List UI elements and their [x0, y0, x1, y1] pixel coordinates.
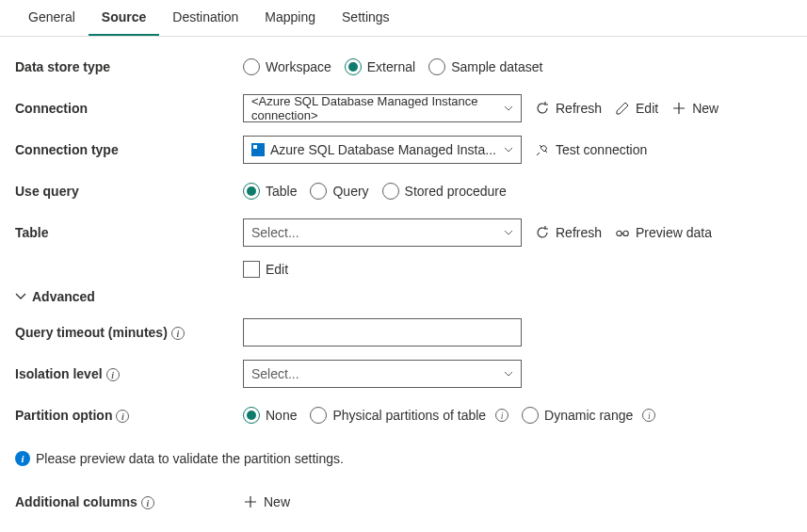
radio-stored-procedure[interactable]: Stored procedure: [382, 183, 507, 200]
tab-general[interactable]: General: [15, 0, 89, 36]
label-connection-type: Connection type: [15, 142, 243, 157]
chevron-down-icon: [15, 293, 26, 300]
table-placeholder: Select...: [251, 225, 299, 240]
new-label: New: [692, 101, 718, 116]
info-text: Please preview data to validate the part…: [36, 451, 344, 466]
info-icon[interactable]: i: [141, 496, 154, 509]
info-icon[interactable]: i: [495, 409, 508, 422]
label-additional-columns: Additional columnsi: [15, 494, 243, 510]
database-icon: [251, 143, 265, 156]
refresh-connection-button[interactable]: Refresh: [535, 101, 602, 116]
radio-sample-dataset[interactable]: Sample dataset: [428, 58, 542, 75]
chevron-down-icon: [504, 105, 513, 111]
radio-label: Table: [266, 184, 297, 199]
label-partition-option: Partition optioni: [15, 408, 243, 424]
new-column-button[interactable]: New: [243, 494, 290, 509]
plus-icon: [243, 494, 258, 509]
refresh-icon: [535, 225, 550, 240]
chevron-down-icon: [504, 230, 513, 235]
edit-icon: [615, 101, 630, 116]
radio-label: Workspace: [266, 59, 331, 74]
radio-partition-none[interactable]: None: [243, 407, 297, 424]
info-icon[interactable]: i: [171, 327, 185, 340]
test-label: Test connection: [556, 142, 647, 157]
radio-label: Query: [332, 184, 368, 199]
tab-source[interactable]: Source: [89, 0, 159, 36]
info-icon[interactable]: i: [106, 368, 120, 381]
radio-label: Stored procedure: [405, 184, 507, 199]
tab-bar: General Source Destination Mapping Setti…: [0, 0, 807, 37]
radio-label: Sample dataset: [451, 59, 542, 74]
radio-table[interactable]: Table: [243, 183, 297, 200]
connection-value: <Azure SQL Database Managed Instance con…: [251, 94, 504, 122]
radio-partition-dynamic[interactable]: Dynamic range i: [522, 407, 655, 424]
radio-partition-physical[interactable]: Physical partitions of table i: [310, 407, 508, 424]
label-use-query: Use query: [15, 184, 243, 199]
radio-workspace[interactable]: Workspace: [243, 58, 331, 75]
refresh-label: Refresh: [556, 225, 602, 240]
refresh-table-button[interactable]: Refresh: [535, 225, 602, 240]
preview-label: Preview data: [636, 225, 712, 240]
chevron-down-icon: [504, 147, 513, 153]
edit-label: Edit: [636, 101, 658, 116]
edit-connection-button[interactable]: Edit: [615, 101, 658, 116]
label-table: Table: [15, 225, 243, 240]
isolation-level-dropdown[interactable]: Select...: [243, 360, 522, 388]
edit-table-checkbox[interactable]: [243, 261, 260, 278]
new-label: New: [264, 494, 290, 509]
refresh-label: Refresh: [556, 101, 602, 116]
radio-query[interactable]: Query: [310, 183, 368, 200]
new-connection-button[interactable]: New: [671, 101, 718, 116]
query-timeout-input[interactable]: [243, 318, 522, 347]
radio-label: Physical partitions of table: [332, 408, 486, 423]
isolation-placeholder: Select...: [251, 366, 299, 381]
connection-dropdown[interactable]: <Azure SQL Database Managed Instance con…: [243, 94, 522, 122]
plus-icon: [671, 101, 686, 116]
advanced-label: Advanced: [32, 289, 95, 304]
svg-point-1: [623, 231, 628, 235]
advanced-toggle[interactable]: Advanced: [15, 289, 792, 304]
refresh-icon: [535, 101, 550, 116]
tab-mapping[interactable]: Mapping: [251, 0, 329, 36]
glasses-icon: [615, 225, 630, 240]
info-icon[interactable]: i: [642, 409, 655, 422]
connection-type-value: Azure SQL Database Managed Insta...: [270, 142, 496, 157]
radio-external[interactable]: External: [345, 58, 415, 75]
info-filled-icon: i: [15, 451, 30, 466]
svg-point-0: [617, 231, 621, 235]
edit-table-label: Edit: [266, 262, 288, 277]
radio-label: External: [367, 59, 415, 74]
chevron-down-icon: [504, 371, 513, 377]
preview-data-button[interactable]: Preview data: [615, 225, 712, 240]
tab-destination[interactable]: Destination: [159, 0, 251, 36]
label-query-timeout: Query timeout (minutes)i: [15, 325, 243, 341]
radio-label: None: [266, 408, 297, 423]
tab-settings[interactable]: Settings: [329, 0, 403, 36]
label-connection: Connection: [15, 101, 243, 116]
test-connection-button[interactable]: Test connection: [535, 142, 647, 157]
partition-info-message: i Please preview data to validate the pa…: [15, 451, 792, 466]
connection-type-dropdown[interactable]: Azure SQL Database Managed Insta...: [243, 136, 522, 164]
info-icon[interactable]: i: [116, 410, 129, 423]
plug-icon: [535, 142, 550, 157]
table-dropdown[interactable]: Select...: [243, 218, 522, 247]
label-data-store-type: Data store type: [15, 59, 243, 74]
label-isolation-level: Isolation leveli: [15, 366, 243, 382]
radio-label: Dynamic range: [544, 408, 633, 423]
